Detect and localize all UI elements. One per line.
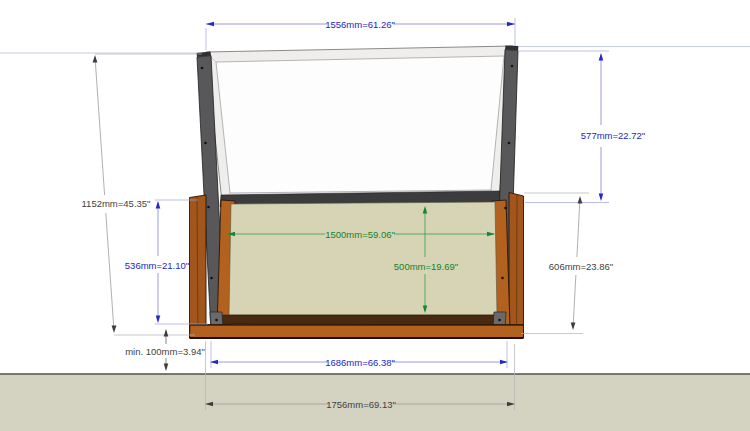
cold-frame-elevation-diagram: 1556mm=61.26" 577mm=22.72" 1152mm=45.35"… <box>0 0 750 431</box>
dimension-bottom-inner-width-label: 1686mm=66.38" <box>325 357 395 368</box>
dimension-top-width: 1556mm=61.26" <box>206 18 515 50</box>
screw-icon <box>501 277 504 280</box>
dimension-inner-width-label: 1500mm=59.06" <box>325 229 395 240</box>
bottom-board <box>190 325 524 339</box>
dimension-bottom-inner-width: 1686mm=66.38" <box>210 341 508 368</box>
screw-icon <box>204 142 207 145</box>
screw-icon <box>210 277 213 280</box>
dimension-soil-depth-label: 500mm=19.69" <box>394 261 458 272</box>
screw-icon <box>498 319 501 322</box>
screw-icon <box>511 65 514 68</box>
interior-back-panel <box>229 202 497 315</box>
screw-icon <box>215 319 218 322</box>
dimension-right-box-height-label: 606mm=23.86" <box>549 261 613 272</box>
screw-icon <box>207 206 210 209</box>
dimension-total-height: 1152mm=45.35" <box>82 54 202 335</box>
dimension-left-inner-height-label: 536mm=21.10" <box>125 260 189 271</box>
window-glass <box>216 56 504 193</box>
dimension-window-height: 577mm=22.72" <box>519 51 645 203</box>
dimension-ground-clearance-label: min. 100mm=3.94" <box>125 346 205 357</box>
dimension-window-height-label: 577mm=22.72" <box>581 130 645 141</box>
dimension-total-height-label: 1152mm=45.35" <box>82 198 151 209</box>
dimension-top-width-label: 1556mm=61.26" <box>325 19 395 30</box>
dimension-bottom-outer-width-label: 1756mm=69.13" <box>326 399 396 410</box>
planter-box <box>190 193 524 339</box>
interior-bottom-shadow <box>216 315 505 325</box>
window-frame <box>206 46 513 207</box>
screw-icon <box>504 207 507 210</box>
screw-icon <box>508 142 511 145</box>
dimension-right-box-height: 606mm=23.86" <box>521 193 613 334</box>
screw-icon <box>201 67 204 70</box>
